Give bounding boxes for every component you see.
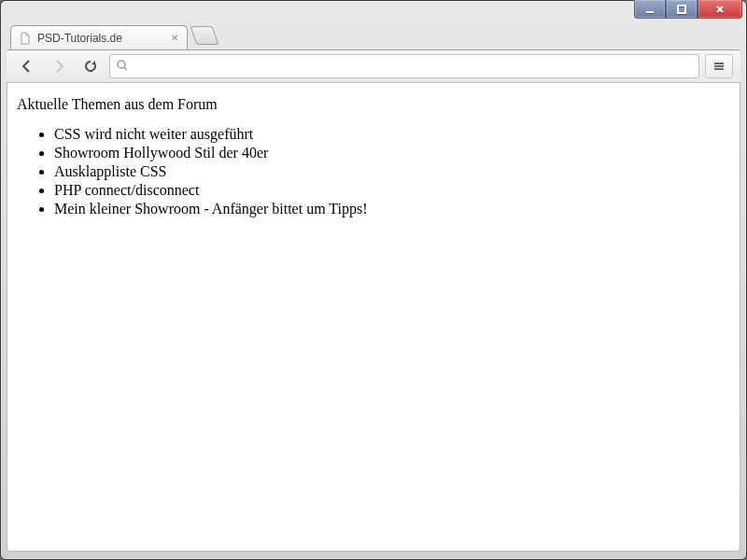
list-item: Mein kleiner Showroom - Anfänger bittet … xyxy=(54,201,730,217)
svg-rect-3 xyxy=(714,63,724,64)
window-maximize-button[interactable] xyxy=(666,0,698,19)
list-item: Showroom Hollywood Stil der 40er xyxy=(54,145,730,161)
svg-point-2 xyxy=(118,61,125,68)
page-viewport[interactable]: Aktuelle Themen aus dem Forum CSS wird n… xyxy=(7,83,740,552)
back-button[interactable] xyxy=(14,54,40,78)
window-minimize-button[interactable] xyxy=(634,0,666,19)
browser-window: PSD-Tutorials.de ✕ xyxy=(0,0,747,560)
tab-close-icon[interactable]: ✕ xyxy=(170,34,179,43)
svg-rect-4 xyxy=(714,65,724,67)
list-item: PHP connect/disconnect xyxy=(54,182,730,199)
address-bar[interactable] xyxy=(109,54,699,78)
browser-toolbar xyxy=(7,49,740,83)
page-heading: Aktuelle Themen aus dem Forum xyxy=(17,96,730,113)
search-icon xyxy=(116,59,129,75)
tab-strip: PSD-Tutorials.de ✕ xyxy=(1,23,746,49)
window-close-button[interactable] xyxy=(698,0,742,19)
new-tab-button[interactable] xyxy=(190,26,218,45)
tab-title: PSD-Tutorials.de xyxy=(37,32,164,45)
window-controls xyxy=(634,0,742,19)
forward-button[interactable] xyxy=(46,54,72,78)
page-icon xyxy=(19,32,32,45)
forum-topic-list: CSS wird nicht weiter ausgeführt Showroo… xyxy=(17,126,730,217)
reload-button[interactable] xyxy=(78,54,104,78)
svg-rect-1 xyxy=(678,6,685,13)
address-input[interactable] xyxy=(134,60,693,74)
list-item: CSS wird nicht weiter ausgeführt xyxy=(54,126,730,143)
page-content: Aktuelle Themen aus dem Forum CSS wird n… xyxy=(7,83,740,232)
svg-rect-5 xyxy=(714,68,724,70)
list-item: Ausklappliste CSS xyxy=(54,163,730,180)
hamburger-icon xyxy=(712,60,726,73)
menu-button[interactable] xyxy=(705,54,733,78)
svg-rect-0 xyxy=(646,11,654,13)
browser-tab[interactable]: PSD-Tutorials.de ✕ xyxy=(10,25,188,49)
